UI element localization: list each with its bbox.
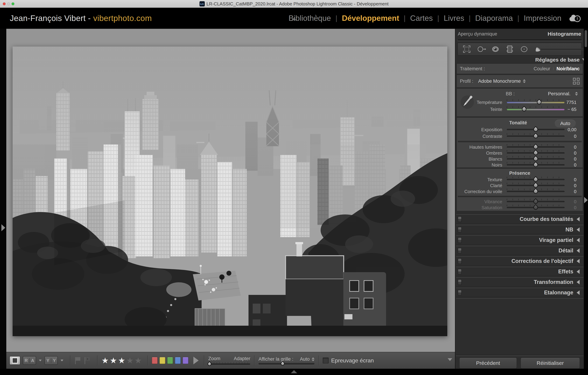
wb-spinner-icon[interactable]: [575, 92, 578, 96]
pick-flag-button[interactable]: [74, 357, 81, 364]
profile-browser-icon[interactable]: [573, 78, 580, 84]
basic-panel-title[interactable]: Réglages de base: [535, 57, 580, 63]
treatment-color-option[interactable]: Couleur: [534, 66, 550, 71]
red-eye-tool-icon[interactable]: [490, 44, 501, 54]
panel-switch-icon[interactable]: [458, 290, 462, 295]
panel-expand-icon[interactable]: [577, 290, 580, 295]
star-rating[interactable]: ★ ★ ★ ★ ★: [102, 356, 142, 365]
tint-value[interactable]: − 65: [556, 106, 577, 112]
contrast-value[interactable]: 0: [556, 133, 577, 139]
minimize-window-button[interactable]: [7, 2, 10, 5]
panel-switch-icon[interactable]: [458, 279, 462, 285]
panel-expand-icon[interactable]: [577, 259, 580, 264]
histogram-header[interactable]: Aperçu dynamique Histogramme: [455, 30, 588, 37]
exposure-value[interactable]: 0,00: [556, 127, 577, 132]
reject-flag-button[interactable]: x: [84, 357, 91, 364]
clarity-value[interactable]: 0: [556, 182, 577, 189]
dehaze-value[interactable]: 0: [556, 189, 577, 194]
blacks-value[interactable]: 0: [556, 162, 577, 168]
right-panel-reveal-arrow[interactable]: [584, 197, 588, 203]
star-4[interactable]: ★: [126, 356, 134, 365]
panel-calibration[interactable]: Etalonnage: [455, 288, 584, 297]
panel-scrollbar[interactable]: [585, 30, 587, 47]
color-label-yellow[interactable]: [159, 357, 165, 364]
before-after-dropdown-icon[interactable]: [61, 360, 63, 361]
treatment-bw-option[interactable]: Noir/blanc: [556, 66, 580, 71]
grid-mode-spinner-icon[interactable]: [312, 357, 315, 361]
reset-button[interactable]: Réinitialiser: [520, 357, 580, 369]
filmstrip-reveal-arrow[interactable]: [291, 370, 297, 373]
reference-view-button[interactable]: R A: [23, 356, 36, 365]
profile-spinner-icon[interactable]: [523, 79, 526, 83]
module-livres[interactable]: Livres: [439, 14, 469, 22]
toolbar-options-dropdown-icon[interactable]: [448, 358, 452, 361]
module-developpement[interactable]: Développement: [337, 14, 404, 22]
panel-transform[interactable]: Transformation: [455, 278, 584, 286]
panel-switch-icon[interactable]: [458, 258, 462, 264]
grid-size-slider[interactable]: [259, 363, 315, 365]
highlights-value[interactable]: 0: [556, 144, 577, 150]
shadows-value[interactable]: 0: [556, 150, 577, 156]
color-label-green[interactable]: [167, 357, 173, 364]
panel-split-toning[interactable]: Virage partiel: [455, 236, 584, 244]
panel-lens-corrections[interactable]: Corrections de l'objectif: [455, 257, 584, 265]
panel-switch-icon[interactable]: [458, 216, 462, 222]
left-panel-reveal-arrow[interactable]: [1, 224, 5, 231]
spot-removal-tool-icon[interactable]: [476, 44, 486, 54]
temperature-value[interactable]: 7751: [556, 99, 577, 105]
panel-expand-icon[interactable]: [577, 248, 580, 253]
profile-value[interactable]: Adobe Monochrome: [478, 79, 521, 84]
star-3[interactable]: ★: [118, 356, 125, 365]
zoom-label[interactable]: Zoom: [208, 356, 220, 361]
color-label-purple[interactable]: [182, 357, 189, 364]
zoom-slider[interactable]: [208, 363, 250, 365]
panel-switch-icon[interactable]: [458, 237, 462, 243]
module-bibliotheque[interactable]: Bibliothèque: [284, 14, 336, 22]
star-5[interactable]: ★: [135, 356, 142, 365]
exposure-knob[interactable]: [533, 126, 539, 133]
crop-tool-icon[interactable]: [462, 44, 472, 54]
star-2[interactable]: ★: [110, 356, 117, 365]
panel-bw[interactable]: NB: [455, 225, 584, 234]
zoom-window-button[interactable]: [11, 2, 14, 5]
star-1[interactable]: ★: [102, 356, 109, 365]
panel-expand-icon[interactable]: [577, 269, 580, 274]
grid-mode[interactable]: Auto: [300, 356, 315, 362]
loupe-view-button[interactable]: [10, 356, 20, 365]
traffic-lights[interactable]: [3, 0, 14, 8]
color-label-red[interactable]: [152, 357, 158, 364]
texture-value[interactable]: 0: [556, 177, 577, 182]
color-label-blue[interactable]: [175, 357, 181, 364]
reference-view-dropdown-icon[interactable]: [39, 360, 42, 361]
radial-filter-tool-icon[interactable]: [519, 44, 529, 54]
panel-expand-icon[interactable]: [577, 238, 580, 243]
sync-status-cloud-icon[interactable]: !: [569, 14, 581, 22]
soft-proofing-label[interactable]: Epreuvage écran: [331, 357, 374, 364]
panel-expand-icon[interactable]: [577, 227, 580, 232]
impromptu-slideshow-button[interactable]: [193, 357, 199, 364]
panel-expand-icon[interactable]: [577, 217, 580, 222]
panel-effects[interactable]: Effets: [455, 267, 584, 276]
basic-panel-header[interactable]: Réglages de base: [455, 56, 588, 63]
panel-expand-icon[interactable]: [577, 280, 580, 284]
wb-value[interactable]: Personnal.: [548, 91, 570, 97]
histogram-collapsed-bar[interactable]: [457, 39, 582, 41]
previous-button[interactable]: Précédent: [459, 357, 517, 369]
panel-tone-curve[interactable]: Courbe des tonalités: [455, 215, 584, 223]
panel-switch-icon[interactable]: [458, 248, 462, 253]
graduated-filter-tool-icon[interactable]: [505, 44, 515, 54]
panel-switch-icon[interactable]: [458, 227, 462, 233]
soft-proofing-checkbox[interactable]: [323, 357, 329, 364]
zoom-slider-knob[interactable]: [207, 361, 212, 367]
fit-label[interactable]: Adapter: [234, 356, 251, 361]
before-after-view-button[interactable]: Y Y: [44, 356, 58, 365]
module-cartes[interactable]: Cartes: [406, 14, 437, 22]
auto-tone-button[interactable]: Auto: [555, 120, 576, 127]
panel-detail[interactable]: Détail: [455, 246, 584, 255]
module-impression[interactable]: Impression: [519, 14, 566, 22]
photo-canvas[interactable]: [13, 47, 447, 336]
adjustment-brush-tool-icon[interactable]: [533, 44, 588, 54]
module-diaporama[interactable]: Diaporama: [471, 14, 517, 22]
whites-value[interactable]: 0: [556, 156, 577, 162]
close-window-button[interactable]: [3, 2, 6, 5]
